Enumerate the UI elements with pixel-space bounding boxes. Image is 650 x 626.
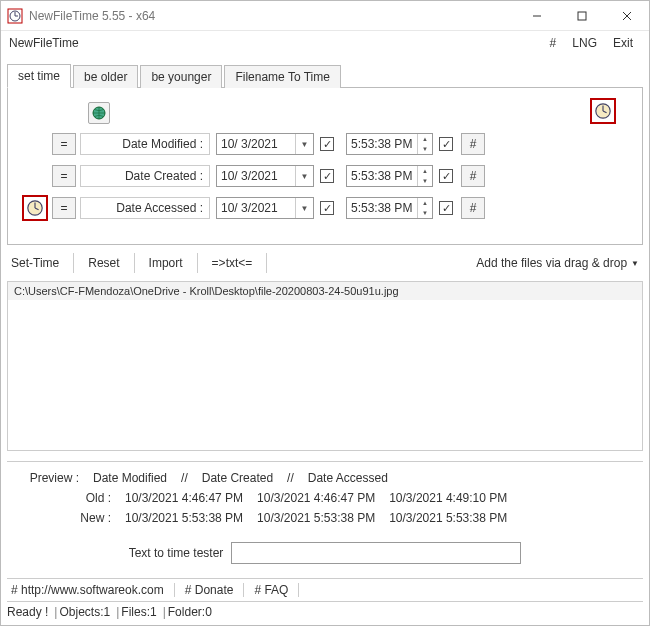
preview-old-accessed: 10/3/2021 4:49:10 PM <box>389 491 507 505</box>
checkbox-created-time[interactable] <box>439 169 453 183</box>
list-item[interactable]: C:\Users\CF-FMendoza\OneDrive - Kroll\De… <box>8 282 642 300</box>
menu-hash[interactable]: # <box>542 34 565 52</box>
bottom-links: # http://www.softwareok.com # Donate # F… <box>7 578 643 602</box>
spin-up-icon[interactable]: ▲ <box>418 134 432 144</box>
time-picker-modified[interactable]: ▲▼ <box>346 133 433 155</box>
spin-up-icon[interactable]: ▲ <box>418 198 432 208</box>
row-date-accessed: = Date Accessed : ▼ ▲▼ # <box>18 194 632 222</box>
eq-button-modified[interactable]: = <box>52 133 76 155</box>
preview-header-label: Preview : <box>23 471 79 485</box>
svg-rect-5 <box>578 12 586 20</box>
preview-header-modified: Date Modified <box>93 471 167 485</box>
preview-header-created: Date Created <box>202 471 273 485</box>
label-date-accessed: Date Accessed : <box>80 197 210 219</box>
preview-header-row: Preview : Date Modified // Date Created … <box>7 468 643 488</box>
link-faq[interactable]: # FAQ <box>244 583 299 597</box>
hash-button-modified[interactable]: # <box>461 133 485 155</box>
spin-up-icon[interactable]: ▲ <box>418 166 432 176</box>
preview-new-row: New : 10/3/2021 5:53:38 PM 10/3/2021 5:5… <box>7 508 643 528</box>
preview-new-label: New : <box>55 511 111 525</box>
label-date-modified: Date Modified : <box>80 133 210 155</box>
chevron-down-icon[interactable]: ▼ <box>295 166 313 186</box>
preview-new-modified: 10/3/2021 5:53:38 PM <box>125 511 243 525</box>
link-website[interactable]: # http://www.softwareok.com <box>9 583 175 597</box>
preview-header-accessed: Date Accessed <box>308 471 388 485</box>
reset-button[interactable]: Reset <box>74 253 134 273</box>
file-list[interactable]: C:\Users\CF-FMendoza\OneDrive - Kroll\De… <box>7 281 643 451</box>
checkbox-modified-date[interactable] <box>320 137 334 151</box>
eq-button-created[interactable]: = <box>52 165 76 187</box>
maximize-button[interactable] <box>559 1 604 31</box>
preview-old-modified: 10/3/2021 4:46:47 PM <box>125 491 243 505</box>
import-button[interactable]: Import <box>135 253 198 273</box>
time-input-created[interactable] <box>347 169 417 183</box>
preview-section: Preview : Date Modified // Date Created … <box>7 461 643 528</box>
hash-button-created[interactable]: # <box>461 165 485 187</box>
hash-button-accessed[interactable]: # <box>461 197 485 219</box>
date-input-modified[interactable] <box>217 137 295 151</box>
date-picker-created[interactable]: ▼ <box>216 165 314 187</box>
app-name-label: NewFileTime <box>9 36 542 50</box>
chevron-down-icon: ▼ <box>631 259 639 268</box>
tab-filename-to-time[interactable]: Filename To Time <box>224 65 340 88</box>
status-files: Files:1 <box>121 605 156 619</box>
close-button[interactable] <box>604 1 649 31</box>
tab-strip: set time be older be younger Filename To… <box>7 63 643 88</box>
globe-icon[interactable] <box>88 102 110 124</box>
minimize-button[interactable] <box>514 1 559 31</box>
row-date-created: = Date Created : ▼ ▲▼ # <box>18 162 632 190</box>
preview-old-row: Old : 10/3/2021 4:46:47 PM 10/3/2021 4:4… <box>7 488 643 508</box>
date-picker-accessed[interactable]: ▼ <box>216 197 314 219</box>
link-donate[interactable]: # Donate <box>175 583 245 597</box>
tab-be-older[interactable]: be older <box>73 65 138 88</box>
status-objects: Objects:1 <box>59 605 110 619</box>
txt-button[interactable]: =>txt<= <box>198 253 268 273</box>
tester-row: Text to time tester <box>7 542 643 564</box>
set-time-button[interactable]: Set-Time <box>7 253 74 273</box>
date-input-created[interactable] <box>217 169 295 183</box>
menu-lng[interactable]: LNG <box>564 34 605 52</box>
drag-drop-hint-label: Add the files via drag & drop <box>476 256 627 270</box>
menubar: NewFileTime # LNG Exit <box>1 31 649 55</box>
drag-drop-hint[interactable]: Add the files via drag & drop ▼ <box>472 253 643 273</box>
app-icon <box>7 8 23 24</box>
checkbox-accessed-date[interactable] <box>320 201 334 215</box>
spin-down-icon[interactable]: ▼ <box>418 208 432 218</box>
preview-new-accessed: 10/3/2021 5:53:38 PM <box>389 511 507 525</box>
label-date-created: Date Created : <box>80 165 210 187</box>
time-input-accessed[interactable] <box>347 201 417 215</box>
tab-set-time[interactable]: set time <box>7 64 71 88</box>
tester-label: Text to time tester <box>129 546 224 560</box>
globe-row <box>18 100 632 126</box>
tab-area: set time be older be younger Filename To… <box>7 63 643 245</box>
preview-old-label: Old : <box>55 491 111 505</box>
preview-old-created: 10/3/2021 4:46:47 PM <box>257 491 375 505</box>
status-folder: Folder:0 <box>168 605 212 619</box>
time-input-modified[interactable] <box>347 137 417 151</box>
date-input-accessed[interactable] <box>217 201 295 215</box>
time-picker-accessed[interactable]: ▲▼ <box>346 197 433 219</box>
row-date-modified: = Date Modified : ▼ ▲▼ # <box>18 130 632 158</box>
preview-new-created: 10/3/2021 5:53:38 PM <box>257 511 375 525</box>
tab-be-younger[interactable]: be younger <box>140 65 222 88</box>
tab-content-set-time: = Date Modified : ▼ ▲▼ # = Date Created … <box>7 88 643 245</box>
chevron-down-icon[interactable]: ▼ <box>295 134 313 154</box>
statusbar: Ready ! | Objects:1 | Files:1 | Folder:0 <box>1 602 649 622</box>
clock-icon <box>22 195 48 221</box>
menu-exit[interactable]: Exit <box>605 34 641 52</box>
chevron-down-icon[interactable]: ▼ <box>295 198 313 218</box>
time-picker-created[interactable]: ▲▼ <box>346 165 433 187</box>
eq-button-accessed[interactable]: = <box>52 197 76 219</box>
spin-down-icon[interactable]: ▼ <box>418 176 432 186</box>
tester-input[interactable] <box>231 542 521 564</box>
status-ready: Ready ! <box>7 605 48 619</box>
titlebar: NewFileTime 5.55 - x64 <box>1 1 649 31</box>
date-picker-modified[interactable]: ▼ <box>216 133 314 155</box>
action-bar: Set-Time Reset Import =>txt<= Add the fi… <box>7 253 643 273</box>
checkbox-accessed-time[interactable] <box>439 201 453 215</box>
spin-down-icon[interactable]: ▼ <box>418 144 432 154</box>
window-title: NewFileTime 5.55 - x64 <box>29 9 514 23</box>
clock-icon <box>590 98 616 124</box>
checkbox-created-date[interactable] <box>320 169 334 183</box>
checkbox-modified-time[interactable] <box>439 137 453 151</box>
